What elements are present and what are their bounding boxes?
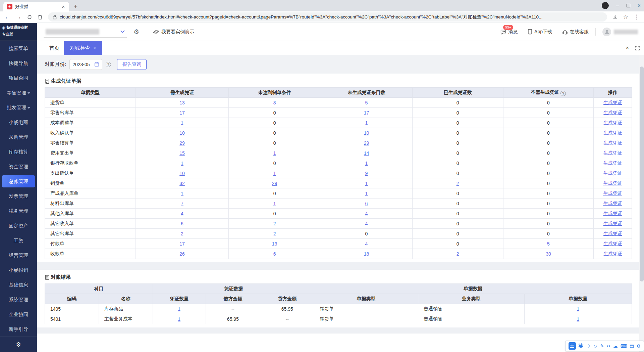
count-link[interactable]: 10 [179, 171, 185, 176]
sidebar-item-企业协同[interactable]: 企业协同 [0, 307, 37, 322]
count-link[interactable]: 4 [365, 241, 368, 247]
generate-voucher-link[interactable]: 生成凭证 [603, 241, 622, 246]
close-all-tabs-icon[interactable]: × [626, 45, 629, 51]
count-link[interactable]: 1 [273, 201, 276, 206]
count-link[interactable]: 17 [179, 110, 185, 116]
count-link[interactable]: 4 [365, 211, 368, 216]
count-link[interactable]: 1 [181, 191, 183, 196]
reload-icon[interactable] [27, 14, 32, 20]
sidebar-item-库存核算[interactable]: 库存核算 [0, 144, 37, 159]
org-selector[interactable] [44, 26, 127, 38]
close-button[interactable]: × [638, 3, 641, 8]
count-link[interactable]: 2 [181, 231, 183, 236]
count-link[interactable]: 2 [457, 251, 459, 257]
count-link[interactable]: 1 [181, 120, 183, 126]
sidebar-item-零售管理[interactable]: 零售管理 [0, 85, 37, 100]
tab-close-icon[interactable]: × [93, 45, 96, 51]
ime-logo-icon[interactable]: 王 [569, 342, 576, 350]
menu-dots-icon[interactable]: ⋮ [634, 14, 639, 20]
download-icon[interactable] [612, 14, 618, 20]
tab-check-account[interactable]: 对账检查 × [64, 41, 102, 55]
ime-tool-icon[interactable]: ⚙ [637, 343, 641, 349]
count-link[interactable]: 1 [273, 150, 276, 156]
ime-tool-icon[interactable]: ⌨ [621, 343, 627, 349]
new-tab-button[interactable]: + [69, 3, 82, 11]
count-link[interactable]: 15 [179, 150, 185, 156]
settings-gear-icon[interactable]: ⚙ [16, 341, 21, 348]
scrollbar[interactable] [639, 55, 644, 352]
count-link[interactable]: 7 [181, 201, 183, 206]
ime-tool-icon[interactable]: ☽ [586, 343, 590, 349]
count-link[interactable]: 1 [365, 181, 368, 186]
generate-voucher-link[interactable]: 生成凭证 [603, 170, 622, 176]
count-link[interactable]: 10 [179, 130, 185, 136]
sidebar-item-发票管理[interactable]: 发票管理 [0, 189, 37, 204]
messages-button[interactable]: 消息 99+ [500, 29, 518, 35]
ime-tool-icon[interactable]: ▤ [630, 343, 634, 349]
generate-voucher-link[interactable]: 生成凭证 [603, 201, 622, 206]
ime-tool-icon[interactable]: ☺ [593, 344, 598, 349]
online-service-button[interactable]: 在线客服 [562, 29, 589, 35]
generate-voucher-link[interactable]: 生成凭证 [603, 140, 622, 145]
count-link[interactable]: 1 [365, 191, 368, 196]
month-picker[interactable]: 2023-05 [69, 59, 102, 70]
sidebar-item-批发管理[interactable]: 批发管理 [0, 100, 37, 115]
report-query-button[interactable]: 报告查询 [117, 59, 147, 70]
count-link[interactable]: 1 [178, 306, 180, 312]
forward-icon[interactable]: → [16, 14, 21, 20]
app-download-button[interactable]: App下载 [528, 29, 552, 35]
tab-close-icon[interactable]: × [61, 4, 66, 9]
count-link[interactable]: 30 [546, 251, 551, 257]
count-link[interactable]: 10 [364, 130, 369, 136]
count-link[interactable]: 6 [273, 251, 276, 257]
generate-voucher-link[interactable]: 生成凭证 [603, 100, 622, 105]
count-link[interactable]: 2 [273, 221, 276, 226]
scrollbar-thumb[interactable] [640, 67, 644, 281]
count-link[interactable]: 1 [273, 171, 276, 176]
generate-voucher-link[interactable]: 生成凭证 [603, 160, 622, 166]
bookmark-star-icon[interactable]: ☆ [623, 14, 628, 20]
count-link[interactable]: 32 [179, 181, 185, 186]
count-link[interactable]: 9 [365, 171, 368, 176]
sidebar-item-小畅报销[interactable]: 小畅报销 [0, 263, 37, 277]
avatar[interactable] [602, 28, 611, 36]
count-link[interactable]: 1 [178, 316, 180, 322]
generate-voucher-link[interactable]: 生成凭证 [603, 120, 622, 125]
count-link[interactable]: 13 [272, 241, 277, 247]
count-link[interactable]: 18 [364, 251, 369, 257]
count-link[interactable]: 26 [179, 251, 185, 257]
count-link[interactable]: 1 [577, 306, 579, 312]
sidebar-item-经营管理[interactable]: 经营管理 [0, 248, 37, 263]
count-link[interactable]: 4 [181, 211, 183, 216]
sidebar-item-总账管理[interactable]: 总账管理 [2, 175, 35, 187]
count-link[interactable]: 1 [181, 161, 183, 166]
count-link[interactable]: 2 [457, 181, 459, 186]
browser-profile-icon[interactable] [602, 2, 609, 9]
count-link[interactable]: 6 [365, 201, 368, 206]
maximize-button[interactable] [627, 3, 630, 8]
count-link[interactable]: 29 [179, 140, 185, 146]
generate-voucher-link[interactable]: 生成凭证 [603, 130, 622, 135]
ime-language-toggle[interactable]: 英 [579, 343, 584, 349]
sidebar-item-小畅电商[interactable]: 小畅电商 [0, 115, 37, 130]
count-link[interactable]: 2 [273, 231, 276, 236]
sidebar-item-新手引导[interactable]: 新手引导 [0, 322, 37, 337]
count-link[interactable]: 4 [365, 221, 368, 226]
ime-tool-icon[interactable]: ✂ [607, 343, 610, 349]
generate-voucher-link[interactable]: 生成凭证 [603, 251, 622, 256]
sidebar-item-快捷导航[interactable]: 快捷导航 [0, 56, 37, 71]
generate-voucher-link[interactable]: 生成凭证 [603, 221, 622, 226]
count-link[interactable]: 6 [181, 221, 183, 226]
sidebar-item-税务管理[interactable]: 税务管理 [0, 204, 37, 218]
sidebar-item-基础信息[interactable]: 基础信息 [0, 277, 37, 292]
count-link[interactable]: 17 [179, 241, 185, 247]
count-link[interactable]: 5 [365, 100, 368, 105]
count-link[interactable]: 1 [365, 120, 368, 126]
fullscreen-icon[interactable] [635, 46, 640, 51]
generate-voucher-link[interactable]: 生成凭证 [603, 211, 622, 216]
generate-voucher-link[interactable]: 生成凭证 [603, 110, 622, 115]
count-link[interactable]: 14 [364, 150, 369, 156]
ime-tool-icon[interactable]: ☁ [613, 343, 618, 349]
sidebar-item-采购管理[interactable]: 采购管理 [0, 130, 37, 144]
minimize-button[interactable]: – [616, 3, 619, 8]
